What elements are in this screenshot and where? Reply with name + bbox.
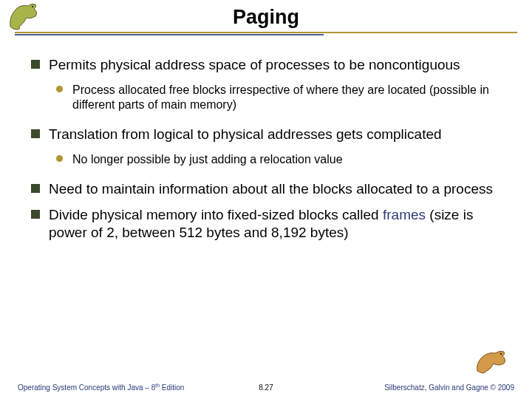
dinosaur-logo-top: [6, 1, 47, 34]
bullet-level-1: Permits physical address space of proces…: [28, 56, 504, 74]
bullet-level-2: No longer possible by just adding a relo…: [55, 152, 504, 167]
footer-right: Silberschatz, Galvin and Gagne © 2009: [384, 383, 514, 392]
bullet-level-1: Divide physical memory into fixed-sized …: [28, 206, 504, 242]
bullet-level-1: Need to maintain information about all t…: [28, 180, 504, 198]
bullet-level-1: Translation from logical to physical add…: [28, 126, 504, 143]
svg-point-1: [500, 353, 502, 355]
footer-page-number: 8.27: [259, 383, 273, 392]
title-underline-blue: [15, 34, 324, 35]
slide-title: Paging: [0, 6, 532, 32]
footer-left: Operating System Concepts with Java – 8t…: [18, 383, 184, 392]
title-underline-gold: [15, 32, 517, 33]
slide-body: Permits physical address space of proces…: [0, 35, 532, 242]
dinosaur-logo-bottom: [474, 346, 511, 378]
bullet-level-2: Process allocated free blocks irrespecti…: [55, 83, 504, 112]
svg-point-0: [32, 6, 33, 7]
